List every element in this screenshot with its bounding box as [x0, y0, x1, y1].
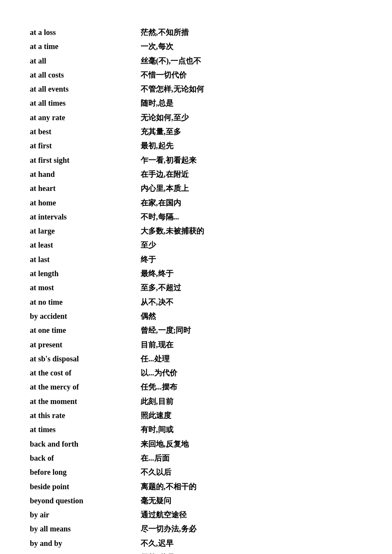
list-item: at this rate照此速度	[30, 409, 362, 423]
phrase-chinese: 照此速度	[141, 409, 171, 423]
phrase-english: back of	[30, 451, 141, 465]
phrase-chinese: 不久,迟早	[141, 537, 173, 551]
phrase-english: at all times	[30, 96, 141, 110]
phrase-english: at last	[30, 253, 141, 267]
list-item: at length最终,终于	[30, 267, 362, 281]
phrase-english: at least	[30, 238, 141, 252]
phrase-chinese: 大多数,未被捕获的	[141, 224, 204, 238]
list-item: beyond question毫无疑问	[30, 494, 362, 508]
list-item: at large大多数,未被捕获的	[30, 224, 362, 238]
phrase-english: at hand	[30, 167, 141, 182]
phrase-english: at the cost of	[30, 366, 141, 380]
phrase-chinese: 通过航空途径	[141, 508, 187, 522]
list-item: before long不久以后	[30, 465, 362, 479]
phrase-chinese: 乍一看,初看起来	[141, 153, 196, 167]
phrase-chinese: 最初,起先	[141, 139, 173, 153]
phrase-english: at the moment	[30, 395, 141, 409]
list-item: by all means尽一切办法,务必	[30, 522, 362, 536]
phrase-english: at most	[30, 281, 141, 295]
phrase-english: at first sight	[30, 153, 141, 167]
phrase-english: before long	[30, 465, 141, 479]
list-item: at one time曾经,一度;同时	[30, 323, 362, 338]
phrase-english: at any rate	[30, 111, 141, 125]
list-item: back of在...后面	[30, 451, 362, 465]
list-item: at the mercy of任凭...摆布	[30, 380, 362, 394]
list-item: at hand在手边,在附近	[30, 167, 362, 182]
phrase-chinese: 无论如何,至少	[141, 111, 189, 125]
list-item: at all times随时,总是	[30, 96, 362, 110]
phrase-chinese: 不惜一切代价	[141, 68, 187, 82]
list-item: at times有时,间或	[30, 423, 362, 437]
phrase-english: beyond question	[30, 494, 141, 508]
list-item: by chance偶然,碰巧	[30, 551, 362, 554]
phrase-chinese: 不久以后	[141, 465, 171, 479]
phrase-chinese: 内心里,本质上	[141, 182, 189, 196]
list-item: at best充其量,至多	[30, 125, 362, 139]
list-item: by air通过航空途径	[30, 508, 362, 522]
phrase-english: at one time	[30, 323, 141, 338]
list-item: at present目前,现在	[30, 338, 362, 352]
phrase-english: at a time	[30, 40, 141, 54]
phrase-chinese: 在家,在国内	[141, 196, 181, 210]
phrase-english: by all means	[30, 522, 141, 536]
phrase-chinese: 目前,现在	[141, 338, 173, 352]
list-item: at least至少	[30, 238, 362, 252]
phrase-chinese: 以...为代价	[141, 366, 177, 380]
phrase-chinese: 最终,终于	[141, 267, 173, 281]
phrase-chinese: 任...处理	[141, 352, 170, 366]
phrase-english: beside point	[30, 480, 141, 494]
phrase-chinese: 不管怎样,无论如何	[141, 82, 204, 96]
list-item: at heart内心里,本质上	[30, 182, 362, 196]
phrase-english: by accident	[30, 309, 141, 323]
list-item: at most至多,不超过	[30, 281, 362, 295]
phrase-english: at all events	[30, 82, 141, 96]
phrase-chinese: 茫然,不知所措	[141, 26, 189, 40]
phrase-chinese: 任凭...摆布	[141, 380, 177, 394]
phrase-english: at sb's disposal	[30, 352, 141, 366]
phrase-chinese: 从不,决不	[141, 295, 173, 309]
phrase-english: at length	[30, 267, 141, 281]
phrase-english: by air	[30, 508, 141, 522]
phrase-chinese: 偶然	[141, 309, 156, 323]
list-item: at a loss茫然,不知所措	[30, 26, 362, 40]
phrase-english: at heart	[30, 182, 141, 196]
phrase-english: at large	[30, 224, 141, 238]
phrase-chinese: 毫无疑问	[141, 494, 171, 508]
phrase-english: at this rate	[30, 409, 141, 423]
phrase-english: by and by	[30, 537, 141, 551]
phrase-english: at home	[30, 196, 141, 210]
phrase-chinese: 随时,总是	[141, 96, 173, 110]
phrase-chinese: 来回地,反复地	[141, 437, 189, 451]
phrase-chinese: 一次,每次	[141, 40, 173, 54]
phrase-chinese: 在手边,在附近	[141, 167, 189, 182]
phrase-english: back and forth	[30, 437, 141, 451]
list-item: at last终于	[30, 253, 362, 267]
phrase-chinese: 充其量,至多	[141, 125, 181, 139]
phrase-chinese: 此刻,目前	[141, 395, 173, 409]
list-item: back and forth来回地,反复地	[30, 437, 362, 451]
list-item: at intervals不时,每隔...	[30, 210, 362, 224]
list-item: at any rate无论如何,至少	[30, 111, 362, 125]
phrase-chinese: 至多,不超过	[141, 281, 181, 295]
list-item: at the moment此刻,目前	[30, 395, 362, 409]
phrase-english: at a loss	[30, 26, 141, 40]
list-item: at no time从不,决不	[30, 295, 362, 309]
phrase-chinese: 离题的,不相干的	[141, 480, 196, 494]
phrase-chinese: 曾经,一度;同时	[141, 323, 191, 338]
phrase-english: at first	[30, 139, 141, 153]
phrase-english: at all costs	[30, 68, 141, 82]
list-item: at home在家,在国内	[30, 196, 362, 210]
phrase-english: at no time	[30, 295, 141, 309]
phrase-chinese: 尽一切办法,务必	[141, 522, 196, 536]
phrase-english: at intervals	[30, 210, 141, 224]
list-item: at a time一次,每次	[30, 40, 362, 54]
phrase-chinese: 在...后面	[141, 451, 170, 465]
phrase-chinese: 丝毫(不),一点也不	[141, 54, 202, 68]
list-item: by accident偶然	[30, 309, 362, 323]
list-item: at all costs不惜一切代价	[30, 68, 362, 82]
phrase-chinese: 不时,每隔...	[141, 210, 179, 224]
list-item: at first sight乍一看,初看起来	[30, 153, 362, 167]
phrase-english: at times	[30, 423, 141, 437]
list-item: at first最初,起先	[30, 139, 362, 153]
phrase-english: at present	[30, 338, 141, 352]
